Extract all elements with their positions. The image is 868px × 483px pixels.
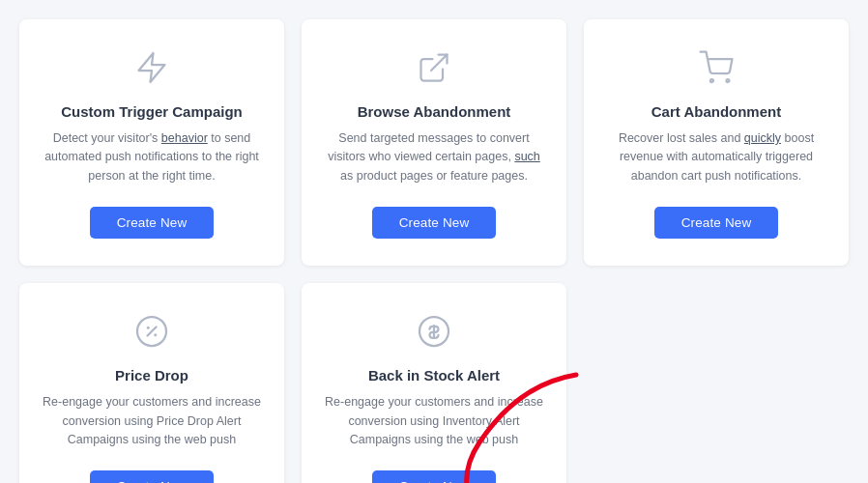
svg-point-2 (727, 79, 730, 82)
card-custom-trigger: Custom Trigger Campaign Detect your visi… (19, 19, 284, 266)
external-link-icon (417, 50, 451, 90)
svg-point-1 (710, 79, 713, 82)
card-title: Browse Abandonment (358, 103, 511, 120)
svg-line-0 (431, 55, 448, 71)
lightning-icon (134, 50, 169, 90)
create-new-button-cart-abandonment[interactable]: Create New (654, 207, 779, 239)
card-title: Price Drop (115, 367, 188, 384)
card-description: Recover lost sales and quickly boost rev… (607, 129, 825, 185)
card-description: Send targeted messages to convert visito… (325, 129, 543, 185)
campaign-grid: Custom Trigger Campaign Detect your visi… (19, 19, 849, 483)
card-price-drop: Price Drop Re-engage your customers and … (19, 283, 284, 483)
card-description: Re-engage your customers and increase co… (43, 393, 261, 449)
percent-icon (134, 314, 169, 354)
create-new-button-back-in-stock[interactable]: Create New (372, 470, 497, 483)
card-title: Cart Abandonment (651, 103, 781, 120)
card-cart-abandonment: Cart Abandonment Recover lost sales and … (584, 19, 849, 266)
create-new-button-browse-abandonment[interactable]: Create New (372, 207, 497, 239)
card-browse-abandonment: Browse Abandonment Send targeted message… (302, 19, 566, 266)
card-description: Detect your visitor's behavior to send a… (43, 129, 261, 185)
card-title: Custom Trigger Campaign (61, 103, 243, 120)
card-title: Back in Stock Alert (368, 367, 500, 384)
card-back-in-stock: Back in Stock Alert Re-engage your custo… (302, 283, 566, 483)
dollar-icon (417, 314, 451, 354)
cart-icon (699, 50, 734, 90)
create-new-button-price-drop[interactable]: Create New (90, 470, 215, 483)
create-new-button-custom-trigger[interactable]: Create New (90, 207, 215, 239)
card-description: Re-engage your customers and increase co… (325, 393, 543, 449)
